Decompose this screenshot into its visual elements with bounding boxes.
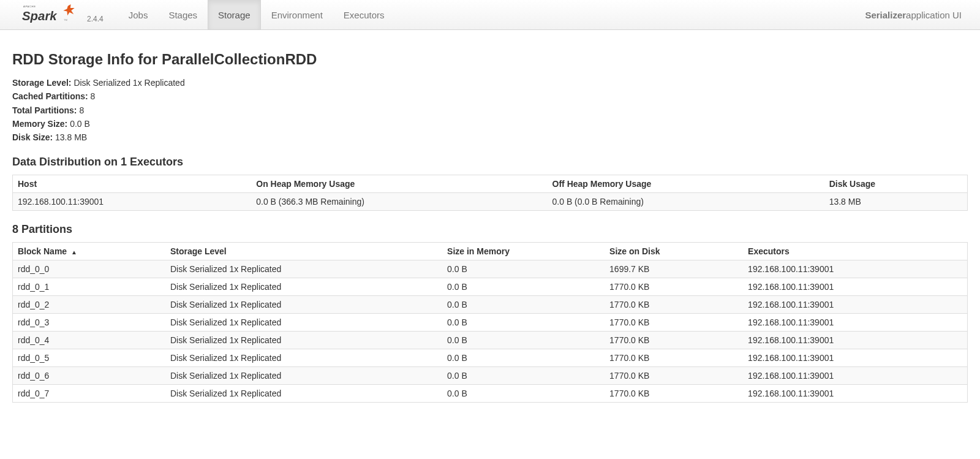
summary-item-value: 0.0 B bbox=[70, 119, 90, 129]
top-navbar: APACHE Spark TM 2.4.4 JobsStagesStorageE… bbox=[0, 0, 980, 30]
table-row: rdd_0_3Disk Serialized 1x Replicated0.0 … bbox=[13, 314, 968, 332]
table-header-label: Storage Level bbox=[170, 246, 227, 256]
table-cell: 192.168.100.11:39001 bbox=[743, 278, 967, 296]
table-cell: rdd_0_5 bbox=[13, 349, 165, 367]
table-cell: 1699.7 KB bbox=[605, 260, 743, 278]
table-row: rdd_0_4Disk Serialized 1x Replicated0.0 … bbox=[13, 332, 968, 349]
table-cell: 192.168.100.11:39001 bbox=[743, 296, 967, 314]
distribution-table: HostOn Heap Memory UsageOff Heap Memory … bbox=[12, 175, 968, 211]
summary-item-value: 13.8 MB bbox=[55, 132, 87, 142]
brand-version: 2.4.4 bbox=[87, 15, 104, 29]
rdd-summary-list: Storage Level: Disk Serialized 1x Replic… bbox=[12, 77, 968, 143]
table-cell: 192.168.100.11:39001 bbox=[743, 332, 967, 349]
summary-item: Memory Size: 0.0 B bbox=[12, 118, 968, 130]
table-header-cell[interactable]: Block Name ▲ bbox=[13, 243, 165, 260]
table-cell: 0.0 B bbox=[442, 260, 605, 278]
summary-item-label: Storage Level: bbox=[12, 78, 71, 88]
table-cell: 192.168.100.11:39001 bbox=[743, 385, 967, 403]
table-cell: 192.168.100.11:39001 bbox=[743, 314, 967, 332]
summary-item-value: Disk Serialized 1x Replicated bbox=[74, 78, 184, 88]
svg-text:TM: TM bbox=[64, 18, 67, 21]
table-cell: Disk Serialized 1x Replicated bbox=[165, 296, 442, 314]
table-cell: Disk Serialized 1x Replicated bbox=[165, 260, 442, 278]
summary-item-label: Memory Size: bbox=[12, 119, 67, 129]
table-cell: 0.0 B bbox=[442, 367, 605, 385]
table-cell: rdd_0_3 bbox=[13, 314, 165, 332]
table-cell: 192.168.100.11:39001 bbox=[13, 193, 252, 211]
table-header-cell[interactable]: Size in Memory bbox=[442, 243, 605, 260]
nav-tab-stages[interactable]: Stages bbox=[158, 0, 208, 29]
table-cell: 1770.0 KB bbox=[605, 332, 743, 349]
table-cell: Disk Serialized 1x Replicated bbox=[165, 349, 442, 367]
table-header-label: Size in Memory bbox=[447, 246, 510, 256]
table-cell: rdd_0_1 bbox=[13, 278, 165, 296]
table-cell: rdd_0_7 bbox=[13, 385, 165, 403]
table-cell: 1770.0 KB bbox=[605, 314, 743, 332]
table-cell: rdd_0_6 bbox=[13, 367, 165, 385]
summary-item-label: Cached Partitions: bbox=[12, 91, 88, 101]
nav-tab-executors[interactable]: Executors bbox=[333, 0, 395, 29]
summary-item: Disk Size: 13.8 MB bbox=[12, 131, 968, 143]
table-cell: 1770.0 KB bbox=[605, 296, 743, 314]
svg-text:APACHE: APACHE bbox=[23, 5, 36, 8]
table-cell: Disk Serialized 1x Replicated bbox=[165, 385, 442, 403]
table-cell: 1770.0 KB bbox=[605, 385, 743, 403]
summary-item: Cached Partitions: 8 bbox=[12, 90, 968, 102]
table-row: rdd_0_0Disk Serialized 1x Replicated0.0 … bbox=[13, 260, 968, 278]
table-header-cell[interactable]: Disk Usage bbox=[824, 175, 968, 193]
table-cell: 1770.0 KB bbox=[605, 278, 743, 296]
table-header-cell[interactable]: On Heap Memory Usage bbox=[251, 175, 547, 193]
partitions-table: Block Name ▲Storage LevelSize in MemoryS… bbox=[12, 242, 968, 403]
table-header-cell[interactable]: Storage Level bbox=[165, 243, 442, 260]
table-cell: 0.0 B bbox=[442, 349, 605, 367]
table-header-label: Executors bbox=[748, 246, 790, 256]
table-cell: 13.8 MB bbox=[824, 193, 968, 211]
table-cell: 0.0 B (366.3 MB Remaining) bbox=[251, 193, 547, 211]
table-cell: 1770.0 KB bbox=[605, 349, 743, 367]
summary-item-value: 8 bbox=[91, 91, 96, 101]
distribution-heading: Data Distribution on 1 Executors bbox=[12, 156, 968, 169]
table-header-row: HostOn Heap Memory UsageOff Heap Memory … bbox=[13, 175, 968, 193]
summary-item-value: 8 bbox=[79, 105, 84, 115]
table-row: rdd_0_1Disk Serialized 1x Replicated0.0 … bbox=[13, 278, 968, 296]
svg-text:Spark: Spark bbox=[22, 9, 58, 23]
app-name-suffix: application UI bbox=[906, 10, 962, 20]
table-cell: Disk Serialized 1x Replicated bbox=[165, 332, 442, 349]
spark-logo-icon: APACHE Spark TM bbox=[22, 4, 85, 25]
table-cell: Disk Serialized 1x Replicated bbox=[165, 314, 442, 332]
table-cell: rdd_0_0 bbox=[13, 260, 165, 278]
table-header-cell[interactable]: Off Heap Memory Usage bbox=[548, 175, 824, 193]
partitions-heading: 8 Partitions bbox=[12, 223, 968, 236]
table-row: rdd_0_5Disk Serialized 1x Replicated0.0 … bbox=[13, 349, 968, 367]
nav-tab-jobs[interactable]: Jobs bbox=[118, 0, 159, 29]
app-name-strong: Serializer bbox=[865, 10, 906, 20]
table-cell: Disk Serialized 1x Replicated bbox=[165, 367, 442, 385]
table-cell: 192.168.100.11:39001 bbox=[743, 349, 967, 367]
table-cell: 0.0 B bbox=[442, 332, 605, 349]
table-cell: 192.168.100.11:39001 bbox=[743, 260, 967, 278]
table-cell: 0.0 B bbox=[442, 278, 605, 296]
table-cell: 1770.0 KB bbox=[605, 367, 743, 385]
app-name-label: Serializer application UI bbox=[865, 0, 968, 29]
table-cell: 0.0 B bbox=[442, 296, 605, 314]
nav-tab-storage[interactable]: Storage bbox=[208, 0, 261, 29]
table-header-cell[interactable]: Host bbox=[13, 175, 252, 193]
table-row: rdd_0_7Disk Serialized 1x Replicated0.0 … bbox=[13, 385, 968, 403]
summary-item: Storage Level: Disk Serialized 1x Replic… bbox=[12, 77, 968, 89]
brand-link[interactable]: APACHE Spark TM 2.4.4 bbox=[22, 0, 115, 29]
summary-item-label: Total Partitions: bbox=[12, 105, 77, 115]
table-cell: rdd_0_4 bbox=[13, 332, 165, 349]
table-cell: 0.0 B bbox=[442, 314, 605, 332]
table-row: rdd_0_6Disk Serialized 1x Replicated0.0 … bbox=[13, 367, 968, 385]
table-header-cell[interactable]: Size on Disk bbox=[605, 243, 743, 260]
nav-tab-environment[interactable]: Environment bbox=[261, 0, 333, 29]
table-row: rdd_0_2Disk Serialized 1x Replicated0.0 … bbox=[13, 296, 968, 314]
table-header-cell[interactable]: Executors bbox=[743, 243, 967, 260]
table-cell: 0.0 B bbox=[442, 385, 605, 403]
table-cell: rdd_0_2 bbox=[13, 296, 165, 314]
nav-tabs: JobsStagesStorageEnvironmentExecutors bbox=[118, 0, 395, 29]
table-header-label: Block Name bbox=[18, 246, 67, 256]
table-cell: 0.0 B (0.0 B Remaining) bbox=[548, 193, 824, 211]
main-content: RDD Storage Info for ParallelCollectionR… bbox=[0, 30, 980, 438]
table-header-label: Size on Disk bbox=[609, 246, 660, 256]
